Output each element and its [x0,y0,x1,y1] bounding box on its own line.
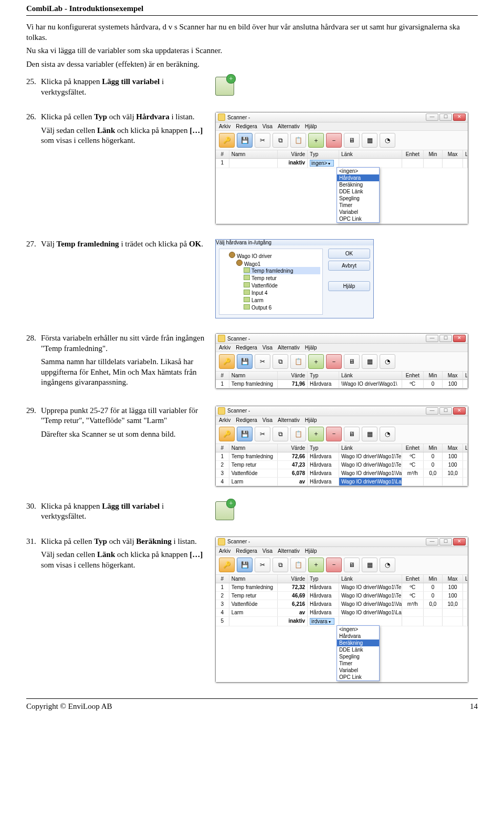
table-row[interactable]: 2Temp retur46,69HårdvaraWago IO driver\W… [216,592,468,600]
type-option[interactable]: Hårdvara [337,633,379,640]
minimize-button[interactable]: — [426,407,438,415]
tool-cut-icon[interactable]: ✂ [255,427,270,441]
tool-meter-icon[interactable]: ◔ [380,354,395,369]
type-option[interactable]: Timer [337,202,379,209]
menu-item[interactable]: Alternativ [278,345,300,351]
tree-item[interactable]: Output 6 [244,304,320,311]
tool-hardware-icon[interactable]: 🖥 [344,558,360,572]
menu-item[interactable]: Visa [262,548,272,554]
type-option[interactable]: Variabel [337,667,379,674]
menu-item[interactable]: Redigera [236,417,257,423]
table-row[interactable]: 2Temp retur47,23HårdvaraWago IO driver\W… [216,461,468,469]
tool-paste-icon[interactable]: 📋 [290,133,306,148]
tool-chip-icon[interactable]: ▦ [362,354,377,369]
table-row[interactable]: 4LarmavHårdvaraWago IO driver\Wago1\La [216,478,468,486]
tree-item-selected[interactable]: Temp framledning [244,267,320,274]
tool-cut-icon[interactable]: ✂ [255,133,270,148]
tree-item[interactable]: Larm [244,296,320,304]
type-cell-dropdown[interactable]: ingen> [308,159,339,168]
tool-open-icon[interactable]: 🔑 [219,354,235,369]
tool-paste-icon[interactable]: 📋 [290,427,306,441]
tool-add-var-icon[interactable]: ＋ [308,354,324,369]
tool-add-var-icon[interactable]: ＋ [308,133,324,148]
menu-item[interactable]: Hjälp [305,548,317,554]
menu-item[interactable]: Hjälp [305,123,317,129]
type-option[interactable]: Beräkning [337,181,379,188]
tool-hardware-icon[interactable]: 🖥 [344,354,360,369]
type-dropdown-list[interactable]: <ingen>HårdvaraBeräkningDDE LänkSpegling… [337,625,380,681]
menu-item[interactable]: Visa [262,123,272,129]
tool-paste-icon[interactable]: 📋 [290,558,306,572]
tool-open-icon[interactable]: 🔑 [219,427,235,441]
tool-chip-icon[interactable]: ▦ [362,427,377,441]
close-button[interactable]: ✕ [453,407,466,415]
menu-item[interactable]: Hjälp [305,417,317,423]
minimize-button[interactable]: — [426,538,438,545]
tool-copy-icon[interactable]: ⧉ [272,558,288,572]
type-option[interactable]: <ingen> [337,168,379,174]
table-row[interactable]: 1Temp framledning72,66HårdvaraWago IO dr… [216,452,468,461]
type-option[interactable]: Variabel [337,209,379,215]
table-row[interactable]: 3Vattenflöde6,078HårdvaraWago IO driver\… [216,469,468,478]
tool-hardware-icon[interactable]: 🖥 [344,133,360,148]
tool-save-icon[interactable]: 💾 [237,558,253,572]
tool-copy-icon[interactable]: ⧉ [272,427,288,441]
tree-item[interactable]: Temp retur [244,274,320,282]
ok-button[interactable]: OK [328,249,370,259]
tool-meter-icon[interactable]: ◔ [380,427,395,441]
tool-chip-icon[interactable]: ▦ [362,558,377,572]
cancel-button[interactable]: Avbryt [328,261,370,271]
type-option[interactable]: OPC Link [337,674,379,681]
type-option[interactable]: DDE Länk [337,646,379,653]
type-cell-dropdown[interactable]: irdvara [308,617,339,626]
io-tree[interactable]: Wago IO driver Wago1 Temp framledning Te… [219,249,323,315]
tool-add-var-icon[interactable]: ＋ [308,558,324,572]
tool-meter-icon[interactable]: ◔ [380,133,395,148]
tool-delete-icon[interactable]: － [326,354,342,369]
type-option-selected[interactable]: Beräkning [337,640,379,646]
type-dropdown-list[interactable]: <ingen> Hårdvara Beräkning DDE Länk Speg… [337,167,380,223]
help-button[interactable]: Hjälp [328,281,370,291]
tool-meter-icon[interactable]: ◔ [380,558,395,572]
menu-item[interactable]: Hjälp [305,345,317,351]
tool-save-icon[interactable]: 💾 [237,427,253,441]
tool-paste-icon[interactable]: 📋 [290,354,306,369]
tool-save-icon[interactable]: 💾 [237,354,253,369]
menu-item[interactable]: Arkiv [219,123,230,129]
close-button[interactable]: ✕ [453,538,466,545]
menu-item[interactable]: Visa [262,417,272,423]
maximize-button[interactable]: ☐ [439,538,452,545]
tool-hardware-icon[interactable]: 🖥 [344,427,360,441]
minimize-button[interactable]: — [426,335,438,342]
tool-delete-icon[interactable]: － [326,427,342,441]
maximize-button[interactable]: ☐ [439,114,452,121]
menu-item[interactable]: Arkiv [219,345,230,351]
table-row[interactable]: 1Temp framledning72,32HårdvaraWago IO dr… [216,583,468,592]
minimize-button[interactable]: — [426,114,438,121]
menu-item[interactable]: Alternativ [278,123,300,129]
menu-item[interactable]: Alternativ [278,417,300,423]
tool-cut-icon[interactable]: ✂ [255,558,270,572]
tool-delete-icon[interactable]: － [326,133,342,148]
maximize-button[interactable]: ☐ [439,335,452,342]
tree-item[interactable]: Vattenflöde [244,282,320,289]
tool-add-var-icon[interactable]: ＋ [308,427,324,441]
menu-item[interactable]: Arkiv [219,548,230,554]
type-option[interactable]: OPC Link [337,215,379,222]
menu-item[interactable]: Redigera [236,548,257,554]
tool-delete-icon[interactable]: － [326,558,342,572]
tree-item[interactable]: Input 4 [244,289,320,296]
table-row[interactable]: 1 Temp framledning 71,96 Hårdvara \Wago … [216,380,468,388]
tool-open-icon[interactable]: 🔑 [219,558,235,572]
close-button[interactable]: ✕ [453,114,466,121]
menu-item[interactable]: Arkiv [219,417,230,423]
table-row[interactable]: 4LarmavHårdvaraWago IO driver\Wago1\La [216,609,468,617]
menu-item[interactable]: Redigera [236,345,257,351]
type-option-selected[interactable]: Hårdvara [337,174,379,181]
type-option[interactable]: DDE Länk [337,188,379,195]
tool-chip-icon[interactable]: ▦ [362,133,377,148]
type-option[interactable]: <ingen> [337,626,379,633]
table-row[interactable]: 3Vattenflöde6,216HårdvaraWago IO driver\… [216,600,468,609]
maximize-button[interactable]: ☐ [439,407,452,415]
type-option[interactable]: Spegling [337,653,379,660]
